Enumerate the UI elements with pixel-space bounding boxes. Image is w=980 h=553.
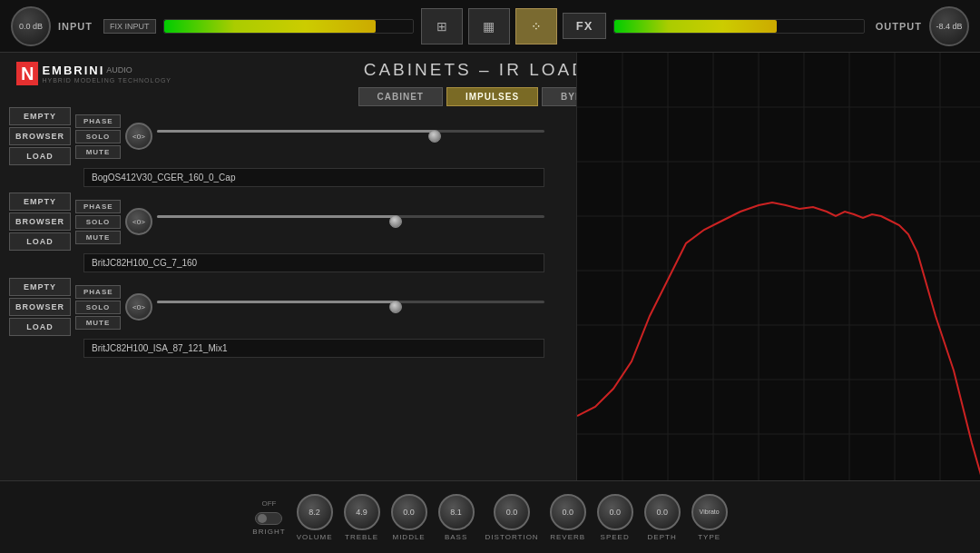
distortion-control: 0.0 DISTORTION <box>485 494 539 541</box>
treble-knob[interactable]: 4.9 <box>344 494 380 530</box>
center-icons: ⊞ ▦ ⁘ FX <box>421 8 607 44</box>
slider-3[interactable] <box>157 301 544 313</box>
browser-button-1[interactable]: BROWSER <box>9 127 71 145</box>
output-db-knob[interactable]: -8.4 dB <box>929 6 969 46</box>
load-button-1[interactable]: LOAD <box>9 147 71 165</box>
bass-label: BASS <box>445 533 467 541</box>
phase-button-3[interactable]: PHASE <box>75 285 121 299</box>
frequency-graph <box>577 53 980 480</box>
depth-knob[interactable]: 0.0 <box>644 494 681 530</box>
bars-icon-btn[interactable]: ▦ <box>468 8 510 44</box>
empty-button-2[interactable]: EMPTY <box>9 193 71 211</box>
type-label: TYPE <box>698 533 720 541</box>
slider-thumb-2[interactable] <box>389 215 402 228</box>
filename-1: BogOS412V30_CGER_160_0_Cap <box>83 168 544 187</box>
speed-label: SPEED <box>601 533 630 541</box>
treble-control: 4.9 TREBLE <box>344 494 380 541</box>
graph-panel <box>576 53 980 480</box>
reverb-knob[interactable]: 0.0 <box>550 494 586 530</box>
knob-value-2: <0> <box>132 218 145 226</box>
phase-button-2[interactable]: PHASE <box>75 200 121 213</box>
type-knob[interactable]: Vibrato <box>691 494 728 530</box>
fx-button[interactable]: FX <box>563 13 607 39</box>
ir-row-3: EMPTY BROWSER LOAD PHASE SOLO MUTE <0> <box>9 278 544 358</box>
solo-button-3[interactable]: SOLO <box>75 301 121 314</box>
mute-button-1[interactable]: MUTE <box>75 145 121 159</box>
mute-button-3[interactable]: MUTE <box>75 316 121 330</box>
empty-button-1[interactable]: EMPTY <box>9 107 71 125</box>
depth-label: DEPTH <box>648 533 677 541</box>
bright-label: BRIGHT <box>252 528 285 536</box>
reverb-value: 0.0 <box>562 508 573 517</box>
volume-knob[interactable]: 8.2 <box>297 494 333 530</box>
depth-control: 0.0 DEPTH <box>644 494 681 541</box>
reverb-control: 0.0 REVERB <box>550 494 586 541</box>
slider-thumb-1[interactable] <box>428 130 441 143</box>
bright-toggle[interactable] <box>255 512 282 525</box>
input-meter-fill <box>164 20 376 33</box>
filename-3: BritJC82H100_ISA_87_121_Mix1 <box>83 339 544 358</box>
middle-value: 0.0 <box>403 508 415 517</box>
phase-button-1[interactable]: PHASE <box>75 114 121 128</box>
knob-value-1: <0> <box>132 133 145 141</box>
solo-button-1[interactable]: SOLO <box>75 130 121 143</box>
treble-label: TREBLE <box>345 533 378 541</box>
bright-toggle-off-label: OFF <box>261 499 276 508</box>
slider-2[interactable] <box>157 215 544 228</box>
output-db-value: -8.4 dB <box>936 22 962 31</box>
output-meter-fill <box>614 20 776 33</box>
treble-value: 4.9 <box>356 508 368 517</box>
brand-name: EMBRINI <box>42 64 104 77</box>
load-button-3[interactable]: LOAD <box>9 318 71 336</box>
bass-control: 8.1 BASS <box>438 494 475 541</box>
speed-knob[interactable]: 0.0 <box>597 494 633 530</box>
top-bar: 0.0 dB INPUT FIX INPUT ⊞ ▦ ⁘ FX OUTPUT -… <box>0 0 980 53</box>
bass-value: 8.1 <box>450 508 462 517</box>
browser-button-2[interactable]: BROWSER <box>9 212 71 231</box>
distortion-label: DISTORTION <box>485 533 539 541</box>
distortion-value: 0.0 <box>506 508 518 517</box>
bottom-bar: OFF BRIGHT 8.2 VOLUME 4.9 TREBLE 0.0 MID… <box>0 480 980 553</box>
dots-icon-btn[interactable]: ⁘ <box>515 8 557 44</box>
ir-row-1: EMPTY BROWSER LOAD PHASE SOLO MUTE <0> <box>9 107 544 187</box>
grid-icon-btn[interactable]: ⊞ <box>421 8 463 44</box>
type-control: Vibrato TYPE <box>691 494 728 541</box>
solo-button-2[interactable]: SOLO <box>75 215 121 229</box>
ir-row-2: EMPTY BROWSER LOAD PHASE SOLO MUTE <0> <box>9 193 544 272</box>
phase-knob-3[interactable]: <0> <box>125 293 152 321</box>
input-meter <box>163 19 414 34</box>
volume-value: 8.2 <box>309 508 320 517</box>
input-db-knob[interactable]: 0.0 dB <box>11 6 51 46</box>
slider-fill-3 <box>157 301 397 303</box>
browser-button-3[interactable]: BROWSER <box>9 298 71 316</box>
knob-value-3: <0> <box>132 303 145 311</box>
brand-area: N EMBRINI AUDIO HYBRID MODELING TECHNOLO… <box>16 62 172 85</box>
phase-knob-1[interactable]: <0> <box>125 123 152 150</box>
speed-control: 0.0 SPEED <box>597 494 633 541</box>
middle-knob[interactable]: 0.0 <box>391 494 427 530</box>
output-label: OUTPUT <box>876 21 922 32</box>
fix-input-button[interactable]: FIX INPUT <box>103 19 156 34</box>
speed-value: 0.0 <box>609 508 621 517</box>
slider-fill-2 <box>157 215 397 218</box>
distortion-knob[interactable]: 0.0 <box>494 494 530 530</box>
empty-button-3[interactable]: EMPTY <box>9 278 71 296</box>
filename-2: BritJC82H100_CG_7_160 <box>83 253 544 272</box>
mute-button-2[interactable]: MUTE <box>75 231 121 244</box>
brand-n: N <box>16 62 38 85</box>
volume-label: VOLUME <box>297 533 333 541</box>
slider-1[interactable] <box>157 130 544 143</box>
output-meter <box>613 19 864 34</box>
input-db-value: 0.0 dB <box>19 22 43 31</box>
reverb-label: REVERB <box>550 533 585 541</box>
slider-thumb-3[interactable] <box>389 301 402 313</box>
phase-knob-2[interactable]: <0> <box>125 208 152 235</box>
brand-subtitle: HYBRID MODELING TECHNOLOGY <box>42 77 172 84</box>
load-button-2[interactable]: LOAD <box>9 232 71 251</box>
bass-knob[interactable]: 8.1 <box>438 494 475 530</box>
input-label: INPUT <box>58 21 93 32</box>
middle-control: 0.0 MIDDLE <box>391 494 427 541</box>
middle-label: MIDDLE <box>392 533 425 541</box>
depth-value: 0.0 <box>656 508 668 517</box>
bright-control: OFF BRIGHT <box>252 499 285 536</box>
